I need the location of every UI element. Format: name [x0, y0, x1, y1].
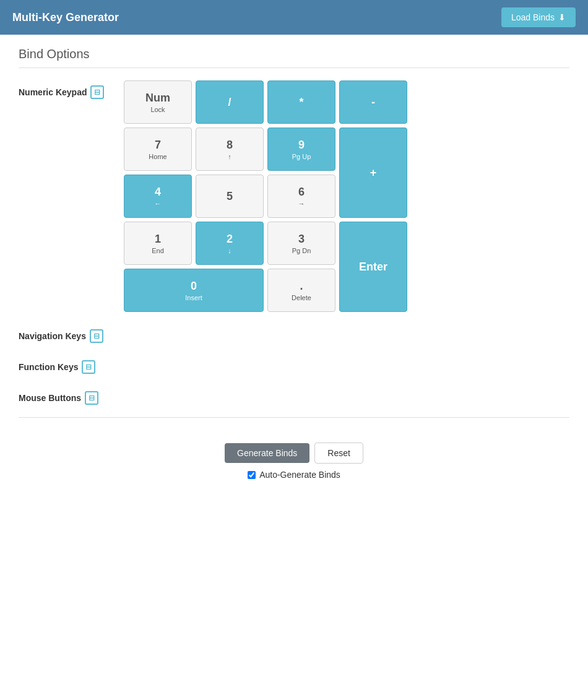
navigation-keys-label: Navigation Keys ⊟ [19, 324, 118, 343]
key-1[interactable]: 1 End [124, 222, 192, 265]
auto-generate-label: Auto-Generate Binds [259, 470, 340, 480]
key-8[interactable]: 8 ↑ [196, 127, 264, 171]
bind-options-title: Bind Options [19, 47, 569, 68]
numeric-keypad: Num Lock / * - 7 Home 8 ↑ 9 [124, 80, 407, 312]
mouse-buttons-row: Mouse Buttons ⊟ [19, 386, 569, 405]
load-binds-button[interactable]: Load Binds ⬇ [501, 7, 576, 27]
function-keys-label: Function Keys ⊟ [19, 355, 118, 374]
mouse-buttons-toggle[interactable]: ⊟ [85, 391, 98, 405]
numeric-keypad-row: Numeric Keypad ⊟ Num Lock / * - 7 Home [19, 80, 569, 312]
generate-section: Generate Binds Reset Auto-Generate Binds [19, 430, 569, 492]
key-plus[interactable]: + [339, 127, 407, 218]
divider [19, 417, 569, 418]
load-binds-label: Load Binds [511, 12, 555, 22]
navigation-keys-row: Navigation Keys ⊟ [19, 324, 569, 343]
reset-button[interactable]: Reset [314, 443, 363, 464]
app-title: Multi-Key Generator [12, 11, 119, 24]
key-slash[interactable]: / [196, 80, 264, 124]
app-header: Multi-Key Generator Load Binds ⬇ [0, 0, 588, 35]
key-0[interactable]: 0 Insert [124, 269, 264, 312]
key-7[interactable]: 7 Home [124, 127, 192, 171]
key-9[interactable]: 9 Pg Up [267, 127, 335, 171]
numeric-keypad-toggle[interactable]: ⊟ [90, 85, 104, 99]
key-2[interactable]: 2 ↓ [196, 222, 264, 265]
key-minus[interactable]: - [339, 80, 407, 124]
function-keys-toggle[interactable]: ⊟ [82, 360, 95, 374]
key-3[interactable]: 3 Pg Dn [267, 222, 335, 265]
key-dot[interactable]: . Delete [267, 269, 335, 312]
download-icon: ⬇ [558, 12, 566, 22]
main-content: Bind Options Numeric Keypad ⊟ Num Lock /… [0, 35, 588, 700]
function-keys-row: Function Keys ⊟ [19, 355, 569, 374]
key-5[interactable]: 5 [196, 175, 264, 218]
auto-generate-row: Auto-Generate Binds [248, 470, 340, 480]
key-enter[interactable]: Enter [339, 222, 407, 312]
mouse-buttons-label: Mouse Buttons ⊟ [19, 386, 118, 405]
key-numlock[interactable]: Num Lock [124, 80, 192, 124]
generate-binds-button[interactable]: Generate Binds [225, 443, 309, 463]
auto-generate-checkbox[interactable] [248, 471, 256, 479]
navigation-keys-toggle[interactable]: ⊟ [90, 329, 103, 343]
key-multiply[interactable]: * [267, 80, 335, 124]
generate-row: Generate Binds Reset [225, 443, 363, 464]
key-4[interactable]: 4 ← [124, 175, 192, 218]
key-6[interactable]: 6 → [267, 175, 335, 218]
numeric-keypad-label: Numeric Keypad ⊟ [19, 80, 118, 99]
